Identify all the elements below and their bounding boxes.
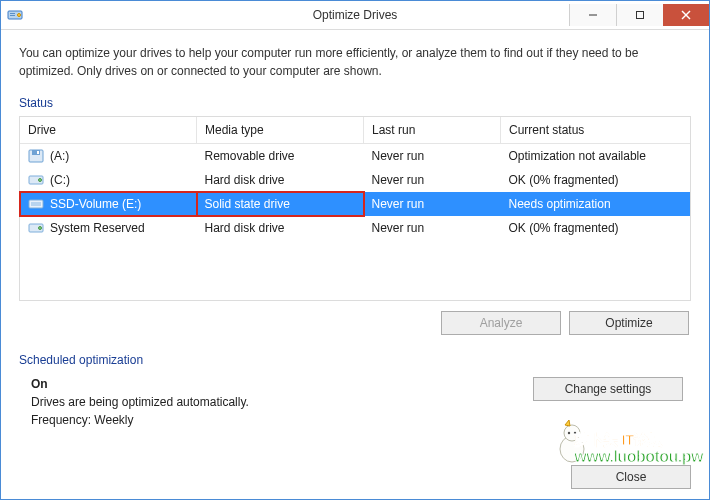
svg-rect-3 (10, 15, 15, 16)
table-row[interactable]: (C:)Hard disk driveNever runOK (0% fragm… (20, 168, 690, 192)
app-icon (7, 7, 23, 23)
schedule-state: On (31, 377, 249, 391)
svg-point-1 (18, 14, 21, 17)
svg-point-16 (39, 227, 42, 230)
drive-name: (A:) (50, 149, 69, 163)
media-type: Solid state drive (197, 192, 364, 216)
optimize-button[interactable]: Optimize (569, 311, 689, 335)
close-dialog-button[interactable]: Close (571, 465, 691, 489)
col-last-run[interactable]: Last run (364, 117, 501, 144)
table-row[interactable]: System ReservedHard disk driveNever runO… (20, 216, 690, 240)
titlebar: Optimize Drives (1, 1, 709, 30)
col-current-status[interactable]: Current status (501, 117, 691, 144)
last-run: Never run (364, 168, 501, 192)
current-status: OK (0% fragmented) (501, 216, 691, 240)
current-status: Needs optimization (501, 192, 691, 216)
table-row[interactable]: (A:)Removable driveNever runOptimization… (20, 144, 690, 169)
window-controls (569, 4, 709, 26)
last-run: Never run (364, 216, 501, 240)
last-run: Never run (364, 144, 501, 169)
svg-rect-10 (37, 151, 39, 154)
svg-point-19 (568, 432, 570, 434)
scheduled-label: Scheduled optimization (19, 353, 691, 367)
drives-list: Drive Media type Last run Current status… (19, 116, 691, 301)
svg-rect-14 (31, 202, 41, 206)
maximize-button[interactable] (616, 4, 663, 26)
footer: Close (571, 465, 691, 489)
current-status: Optimization not available (501, 144, 691, 169)
col-drive[interactable]: Drive (20, 117, 197, 144)
watermark-line2: www.luobotou.pw (574, 449, 703, 465)
media-type: Hard disk drive (197, 168, 364, 192)
minimize-button[interactable] (569, 4, 616, 26)
drive-icon (28, 149, 44, 163)
drive-icon (28, 173, 44, 187)
media-type: Removable drive (197, 144, 364, 169)
svg-rect-2 (10, 13, 15, 14)
status-label: Status (19, 96, 691, 110)
change-settings-button[interactable]: Change settings (533, 377, 683, 401)
schedule-desc: Drives are being optimized automatically… (31, 395, 249, 409)
drive-name: System Reserved (50, 221, 145, 235)
drive-name: SSD-Volume (E:) (50, 197, 141, 211)
action-buttons: Analyze Optimize (19, 311, 691, 335)
svg-point-12 (39, 179, 42, 182)
svg-point-20 (574, 432, 576, 434)
content-area: You can optimize your drives to help you… (1, 30, 709, 439)
last-run: Never run (364, 192, 501, 216)
analyze-button[interactable]: Analyze (441, 311, 561, 335)
mascot-image (555, 419, 589, 463)
svg-point-18 (564, 425, 580, 441)
svg-rect-5 (637, 12, 644, 19)
optimize-drives-window: Optimize Drives You can optimize your dr… (0, 0, 710, 500)
drive-icon (28, 221, 44, 235)
drive-icon (28, 197, 44, 211)
scheduled-optimization: Scheduled optimization On Drives are bei… (19, 353, 691, 431)
schedule-text: On Drives are being optimized automatica… (31, 377, 249, 431)
schedule-frequency: Frequency: Weekly (31, 413, 249, 427)
media-type: Hard disk drive (197, 216, 364, 240)
current-status: OK (0% fragmented) (501, 168, 691, 192)
close-button[interactable] (663, 4, 709, 26)
description-text: You can optimize your drives to help you… (19, 44, 691, 80)
drive-name: (C:) (50, 173, 70, 187)
col-media[interactable]: Media type (197, 117, 364, 144)
table-row[interactable]: SSD-Volume (E:)Solid state driveNever ru… (20, 192, 690, 216)
drives-table: Drive Media type Last run Current status… (20, 117, 690, 240)
